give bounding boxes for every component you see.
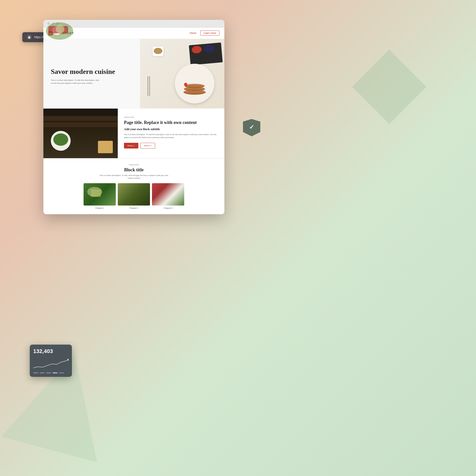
middle-image <box>43 109 118 158</box>
hero-section: Savor modern cuisine This is a block des… <box>43 39 224 108</box>
product-card-3: Product 3 <box>152 183 184 209</box>
section-desc: This is a block description. To edit thi… <box>124 133 218 139</box>
pancake-layer-3 <box>185 84 205 88</box>
section-subtitle: Add your own block subtitle <box>124 127 218 131</box>
button-2[interactable]: Button 2 <box>140 143 155 149</box>
food-tuna-icon <box>152 183 184 206</box>
coffee-liquid <box>154 48 162 54</box>
product-name-2: Product 2 <box>118 207 150 209</box>
products-grid: Product 1 Product 2 <box>48 183 219 209</box>
svg-rect-0 <box>28 37 30 38</box>
stats-number: 132,403 <box>33 348 68 355</box>
fork <box>148 76 148 96</box>
food-salad-icon <box>84 183 116 206</box>
superscript-label: Superscript <box>124 116 218 118</box>
products-header: Superscript Block title This is a block … <box>48 164 219 180</box>
security-badge: ✓ <box>243 119 260 136</box>
pancake-stack <box>182 77 207 95</box>
product-card-1: Product 1 <box>84 183 116 209</box>
hero-description: This is a block description. To edit thi… <box>51 79 100 85</box>
berry-bowl-strawberry <box>191 45 202 54</box>
nav-right: Home Learn more <box>190 30 219 36</box>
food-greens-icon <box>118 183 150 206</box>
stats-widget: 132,403 <box>30 345 72 377</box>
middle-content: Superscript Page title. Replace it with … <box>118 109 224 158</box>
strawberry-topping <box>184 83 187 86</box>
knife <box>149 76 150 96</box>
hero-right <box>140 39 224 108</box>
restaurant-sim <box>43 109 118 158</box>
berry-bowl-blueberry <box>204 44 214 53</box>
products-superscript: Superscript <box>48 164 219 166</box>
product-image-1 <box>84 183 116 206</box>
salad-plate <box>51 131 71 151</box>
bg-shape-diamond <box>352 50 426 124</box>
product-image-3 <box>152 183 184 206</box>
browser-window: WERSPORT Home Learn more Savor modern cu… <box>43 20 224 214</box>
section-title: Page title. Replace it with own content <box>124 120 218 125</box>
product-name-3: Product 3 <box>152 207 184 209</box>
pancake-scene <box>140 39 224 108</box>
utensils <box>148 76 150 96</box>
product-name-1: Product 1 <box>84 207 116 209</box>
lock-icon <box>27 35 32 40</box>
nav-home-link[interactable]: Home <box>190 32 196 34</box>
line-chart-icon <box>33 357 68 369</box>
stats-dots <box>33 372 68 373</box>
hero-image <box>140 39 224 108</box>
button-1[interactable]: Button 1 <box>124 143 138 149</box>
coffee-cup <box>152 46 164 56</box>
middle-section: Superscript Page title. Replace it with … <box>43 109 224 158</box>
button-group: Button 1 Button 2 <box>124 143 218 149</box>
products-title: Block title <box>48 167 219 173</box>
shelf-row-2 <box>43 122 118 127</box>
shelf-row <box>43 116 118 121</box>
hero-title: Savor modern cuisine <box>51 67 135 76</box>
product-card-2: Product 2 <box>118 183 150 209</box>
hero-left: Savor modern cuisine This is a block des… <box>43 39 140 108</box>
shield-check-icon: ✓ <box>249 124 254 131</box>
products-desc: This is a block description. To edit, cl… <box>97 174 171 180</box>
learn-more-button[interactable]: Learn more <box>200 30 219 36</box>
toast-plate <box>98 141 113 153</box>
products-section: Superscript Block title This is a block … <box>43 158 224 214</box>
browser-dot-close <box>47 22 50 25</box>
salad-greens <box>53 133 68 146</box>
dark-slate <box>189 42 223 65</box>
website-content: WERSPORT Home Learn more Savor modern cu… <box>43 28 224 214</box>
product-image-2 <box>118 183 150 206</box>
